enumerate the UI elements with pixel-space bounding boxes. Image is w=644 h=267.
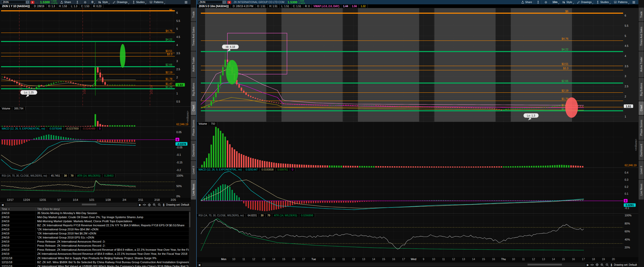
svg-text:0: 0 [177,138,178,141]
pan-icon[interactable] [596,263,599,266]
zoom-in-icon[interactable] [153,203,156,206]
share-button[interactable]: Share [58,0,73,4]
svg-text:-0.15: -0.15 [176,161,182,164]
gadget-tab-phase-scores[interactable]: Phase Scores [191,116,196,140]
gadget-tab-chart[interactable]: Chart [639,101,644,115]
news-row[interactable]: 2/4/19Mid-Morning Market Update: Markets… [0,219,191,223]
style-button[interactable]: Style [560,0,574,4]
gadget-tab-dashboard[interactable]: Dashboard [639,140,644,160]
drawings-button[interactable]: Drawings [575,0,594,4]
news-row[interactable]: 12/11/18ZK International Wins Bid to Sup… [0,256,191,260]
gadget-tab-times-and-sales[interactable]: Times And Sales [639,22,644,51]
gadget-tab-live-news[interactable]: Live News [639,180,644,200]
share-button[interactable]: Share [519,0,534,4]
fit-width-icon[interactable] [590,263,594,266]
zoom-out-icon[interactable] [158,203,161,206]
analysis-flask-button[interactable] [74,0,81,4]
news-row[interactable]: 12/11/18ZK International Wins Bid Valued… [0,264,191,267]
left-scrollbar[interactable] [5,203,137,206]
news-row[interactable]: 2/4/19*ZK International Group 2018 EPS 5… [0,236,191,240]
gadget-tab-trade[interactable]: Trade [639,8,644,21]
style-button[interactable]: Style [96,0,110,4]
patterns-button[interactable]: Patterns [612,0,629,4]
gadget-tab-active-trader[interactable]: Active Trader [191,51,196,77]
more-button[interactable]: ... [35,1,38,4]
svg-text:80%: 80% [625,222,630,225]
time-axis-label: 16 [492,258,495,261]
menu-button[interactable] [183,0,189,4]
gadget-tab-big-buttons[interactable]: Big Buttons [639,78,644,101]
right-price-chart[interactable]: $6$4.76$4.22$3.51$3.3$2.66$2.19$1.78$1.4… [197,8,638,122]
news-col-time[interactable]: Time ▼ [0,208,36,210]
chevron-down-icon[interactable]: ▼ [26,1,29,4]
news-row[interactable]: 2/4/19Press Release: ZK International An… [0,240,191,244]
news-row[interactable]: 2/4/19ZK International Announces Record … [0,252,191,256]
gadget-tab-active-trader[interactable]: Active Trader [639,51,644,77]
svg-text:0%: 0% [176,195,180,198]
news-title: Press Release: ZK International Announce… [36,248,191,251]
patterns-button[interactable]: Patterns [148,0,165,4]
scroll-right-icon[interactable]: ▶ [587,263,589,266]
left-price-chart[interactable]: 12/21/181/18/192/15/19$6$4.76$4.22$3.51$… [0,8,191,106]
gadget-tab-level-ii[interactable]: Level II [639,161,644,179]
menu-button[interactable] [630,0,637,4]
chevron-down-icon[interactable]: ▼ [222,1,226,4]
news-row[interactable]: 2/4/19*ZK International Group 2018 Rev $… [0,227,191,231]
left-volume-pane[interactable]: Volume 389,794 62,346.19<millions> [0,106,191,127]
zoom-out-icon[interactable] [606,263,609,266]
studies-button[interactable]: Studies [595,0,611,4]
zoom-in-icon[interactable] [600,263,604,266]
left-rsi-pane[interactable]: RSI (14, 70, 30, CLOSE, WILDERS, no) 45.… [0,174,191,198]
sort-desc-icon: ▼ [8,208,10,210]
scroll-right-icon[interactable]: ▶ [139,203,141,206]
gadget-tab-dashboard[interactable]: Dashboard [191,140,196,160]
time-axis-label: 10 [432,258,435,261]
gadget-tab-chart[interactable]: Chart [191,101,196,115]
news-row[interactable]: 2/4/19BZ: ZK International Reports FY18 … [0,223,191,227]
news-row[interactable]: 2/4/19Mid-Day Market Update: Crude Oil D… [0,215,191,219]
gadget-tab-big-buttons[interactable]: Big Buttons [191,78,196,101]
news-row[interactable]: 2/4/19Press Release: ZK International An… [0,244,191,248]
right-rsi-pane[interactable]: RSI (14, 70, 30, CLOSE, WILDERS, no) 64.… [197,213,638,257]
drawing-set-selector[interactable]: Drawing set: Default [166,203,189,206]
gadget-tab-level-ii[interactable]: Level II [191,161,196,179]
right-scrollbar[interactable] [202,263,585,266]
news-scrollbar[interactable] [189,211,191,267]
gadget-tab-trade[interactable]: Trade [191,8,196,21]
news-row[interactable]: 2/4/19Press Release: ZK International An… [0,248,191,252]
pan-icon[interactable] [148,203,151,206]
auto-scale-icon[interactable]: $ [611,263,612,266]
studies-button[interactable]: Studies [130,0,147,4]
gadget-tab-times-and-sales[interactable]: Times And Sales [191,22,196,51]
alerts-badge[interactable]: 1 [227,1,231,4]
analysis-flask-button[interactable] [535,0,542,4]
drawings-button[interactable]: Drawings [111,0,129,4]
svg-text:$1.78: $1.78 [166,77,172,80]
auto-scale-icon[interactable]: $ [163,203,164,206]
gadget-tab-live-news[interactable]: Live News [191,180,196,200]
scroll-left-icon[interactable]: ◀ [198,263,200,266]
settings-gear-button[interactable] [543,0,549,4]
right-chart-header: ZKIN 5 D 10m [NASDAQ] D: 2/8/19 4:20 PMO… [197,4,638,8]
right-volume-pane[interactable]: Volume 750 62,346.19<millions> [197,122,638,168]
settings-gear-button[interactable] [82,0,89,4]
fit-width-icon[interactable] [143,203,146,206]
timeframe-button[interactable]: D [90,0,95,4]
scroll-left-icon[interactable]: ◀ [2,203,4,206]
svg-text:$4.76: $4.76 [562,37,568,40]
chart-style-icon [98,1,101,4]
timeframe-button[interactable]: 10m [550,0,559,4]
news-col-title[interactable]: Title (Click for story) [36,208,60,210]
right-macd-pane[interactable]: MACD (12, 26, 9, EXPONENTIAL, no) 0.0291… [197,167,638,214]
symbol-input[interactable]: ZKIN ▼ [1,0,30,4]
gadget-tab-phase-scores[interactable]: Phase Scores [639,116,644,140]
left-macd-pane[interactable]: MACD (12, 26, 9, EXPONENTIAL, no) -0.037… [0,127,191,174]
news-row[interactable]: 2/4/19*ZK International Group 2018 Net $… [0,231,191,235]
news-row[interactable]: 2/4/1935 Stocks Moving In Monday's Mid-D… [0,211,191,215]
symbol-input[interactable]: ZKIN ▼ [198,0,226,4]
drawing-set-selector[interactable]: Drawing set: Default [614,263,637,266]
news-row[interactable]: 12/11/18BZ: ZK Int'l. Wins $580K Bid To … [0,260,191,264]
volume-header: Volume 389,794 [0,107,25,110]
alerts-badge[interactable]: 1 [31,1,34,4]
volume-value: 750 [209,122,217,125]
